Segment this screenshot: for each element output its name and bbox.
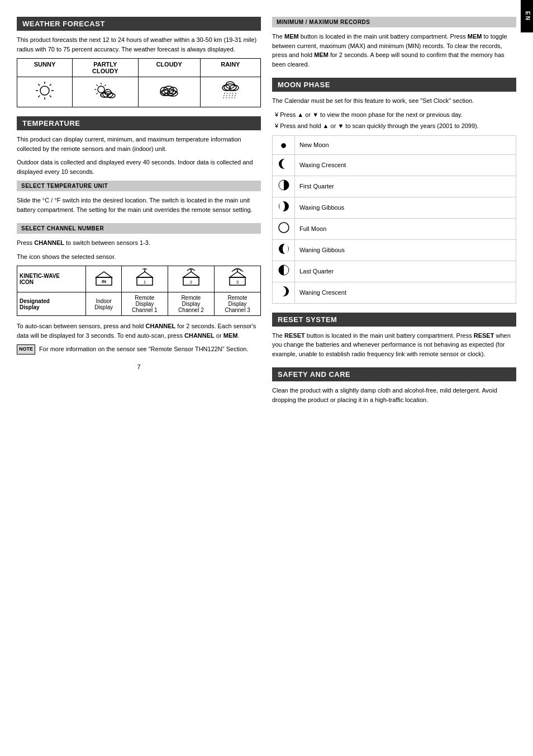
- moon-icon-last-quarter: [273, 261, 295, 282]
- svg-point-0: [40, 86, 49, 95]
- indoor-display-label: IndoorDisplay: [86, 292, 122, 316]
- moon-icon-waning-gibbous: [273, 239, 295, 261]
- col-partly-cloudy: PARTLYCLOUDY: [72, 59, 138, 77]
- temperature-body1: This product can display current, minimu…: [17, 135, 261, 153]
- icon-remote-ch3: 3: [214, 266, 260, 292]
- moon-list-item-2: Press and hold ▲ or ▼ to scan quickly th…: [275, 121, 516, 131]
- select-channel-body2: The icon shows the selected sensor.: [17, 252, 261, 262]
- moon-phase-body: The Calendar must be set for this featur…: [272, 96, 516, 106]
- kinetic-wave-label: KINETIC-WAVEICON: [17, 266, 86, 292]
- left-column: WEATHER FORECAST This product forecasts …: [17, 17, 261, 739]
- moon-phase-section: MOON PHASE The Calendar must be set for …: [272, 78, 516, 304]
- table-row: Full Moon: [273, 218, 516, 239]
- moon-phase-table: ● New Moon Waxing Crescent: [272, 135, 516, 304]
- svg-point-53: [282, 159, 289, 169]
- moon-label-last-quarter: Last Quarter: [295, 261, 516, 282]
- moon-label-full: Full Moon: [295, 218, 516, 239]
- page-number: 7: [17, 363, 261, 370]
- temperature-body2: Outdoor data is collected and displayed …: [17, 158, 261, 176]
- moon-label-new: New Moon: [295, 135, 516, 154]
- svg-marker-41: [137, 272, 153, 277]
- table-row: Waning Crescent: [273, 282, 516, 303]
- select-channel-header: SELECT CHANNEL NUMBER: [17, 223, 261, 234]
- select-channel-section: SELECT CHANNEL NUMBER Press CHANNEL to s…: [17, 223, 261, 355]
- icon-remote-ch1: 1: [121, 266, 168, 292]
- weather-forecast-body: This product forecasts the next 12 to 24…: [17, 35, 261, 54]
- table-row: Waxing Gibbous: [273, 197, 516, 218]
- svg-point-59: [283, 244, 288, 254]
- svg-point-9: [98, 86, 104, 93]
- table-row: Last Quarter: [273, 261, 516, 282]
- weather-forecast-section: WEATHER FORECAST This product forecasts …: [17, 17, 261, 107]
- en-tab: EN: [521, 0, 533, 32]
- svg-line-16: [105, 85, 106, 86]
- svg-marker-45: [183, 272, 199, 277]
- temperature-header: TEMPERATURE: [17, 116, 261, 130]
- table-row: ● New Moon: [273, 135, 516, 154]
- moon-label-first-quarter: First Quarter: [295, 176, 516, 197]
- safety-care-header: SAFETY AND CARE: [272, 367, 516, 381]
- icon-sunny: [17, 77, 73, 107]
- svg-point-62: [278, 286, 286, 296]
- safety-care-body: Clean the product with a slightly damp c…: [272, 386, 516, 404]
- table-row: Waning Gibbous: [273, 239, 516, 261]
- svg-line-6: [50, 96, 51, 97]
- select-temp-unit-body: Slide the °C / °F switch into the desire…: [17, 196, 261, 214]
- svg-line-8: [38, 96, 40, 97]
- svg-line-17: [97, 93, 98, 94]
- reset-system-header: RESET SYSTEM: [272, 313, 516, 327]
- icon-cloudy: [138, 77, 200, 107]
- weather-icon-table: SUNNY PARTLYCLOUDY CLOUDY RAINY: [17, 58, 261, 107]
- moon-phase-header: MOON PHASE: [272, 78, 516, 92]
- svg-text:1: 1: [144, 280, 146, 285]
- svg-marker-49: [230, 272, 245, 277]
- table-row: Waxing Crescent: [273, 154, 516, 176]
- icon-indoor: IN: [86, 266, 122, 292]
- svg-text:IN: IN: [102, 279, 106, 284]
- svg-point-57: [279, 223, 289, 233]
- weather-forecast-header: WEATHER FORECAST: [17, 17, 261, 31]
- page: EN WEATHER FORECAST This product forecas…: [0, 0, 533, 756]
- moon-label-waxing-crescent: Waxing Crescent: [295, 154, 516, 176]
- svg-line-14: [97, 85, 98, 86]
- moon-icon-first-quarter: [273, 176, 295, 197]
- safety-care-section: SAFETY AND CARE Clean the product with a…: [272, 367, 516, 404]
- select-temp-unit-header: SELECT TEMPERATURE UNIT: [17, 181, 261, 191]
- moon-label-waning-gibbous: Waning Gibbous: [295, 239, 516, 261]
- icon-remote-ch2: 2: [168, 266, 214, 292]
- svg-line-36: [235, 93, 236, 98]
- col-sunny: SUNNY: [17, 59, 73, 77]
- svg-line-32: [223, 93, 225, 98]
- note-paragraph: NOTE For more information on the sensor …: [17, 344, 261, 355]
- moon-label-waxing-gibbous: Waxing Gibbous: [295, 197, 516, 218]
- moon-icon-waxing-crescent: [273, 154, 295, 176]
- temperature-section: TEMPERATURE This product can display cur…: [17, 116, 261, 355]
- remote-ch3-label: RemoteDisplayChannel 3: [214, 292, 260, 316]
- svg-line-35: [232, 93, 233, 98]
- moon-icon-waxing-gibbous: [273, 197, 295, 218]
- moon-icon-new: ●: [273, 135, 295, 154]
- table-row: First Quarter: [273, 176, 516, 197]
- select-temp-unit-section: SELECT TEMPERATURE UNIT Slide the °C / °…: [17, 181, 261, 214]
- moon-phase-list: Press ▲ or ▼ to view the moon phase for …: [272, 110, 516, 131]
- moon-label-waning-crescent: Waning Crescent: [295, 282, 516, 303]
- svg-marker-38: [96, 272, 112, 277]
- channel-icon-table: KINETIC-WAVEICON IN: [17, 266, 261, 316]
- min-max-body: The MEM button is located in the main un…: [272, 32, 516, 69]
- min-max-header: MINIMUM / MAXIMUM RECORDS: [272, 17, 516, 27]
- svg-line-34: [229, 93, 230, 98]
- svg-text:3: 3: [236, 280, 239, 285]
- col-cloudy: CLOUDY: [138, 59, 200, 77]
- svg-point-56: [279, 201, 285, 211]
- svg-line-33: [226, 93, 227, 98]
- col-rainy: RAINY: [200, 59, 260, 77]
- moon-icon-full: [273, 218, 295, 239]
- note-label: NOTE: [17, 344, 35, 355]
- moon-list-item-1: Press ▲ or ▼ to view the moon phase for …: [275, 110, 516, 120]
- svg-text:2: 2: [190, 280, 193, 285]
- moon-icon-waning-crescent: [273, 282, 295, 303]
- remote-ch1-label: RemoteDisplayChannel 1: [121, 292, 168, 316]
- remote-ch2-label: RemoteDisplayChannel 2: [168, 292, 214, 316]
- designated-display-label: DesignatedDisplay: [17, 292, 86, 316]
- auto-scan-body: To auto-scan between sensors, press and …: [17, 322, 261, 340]
